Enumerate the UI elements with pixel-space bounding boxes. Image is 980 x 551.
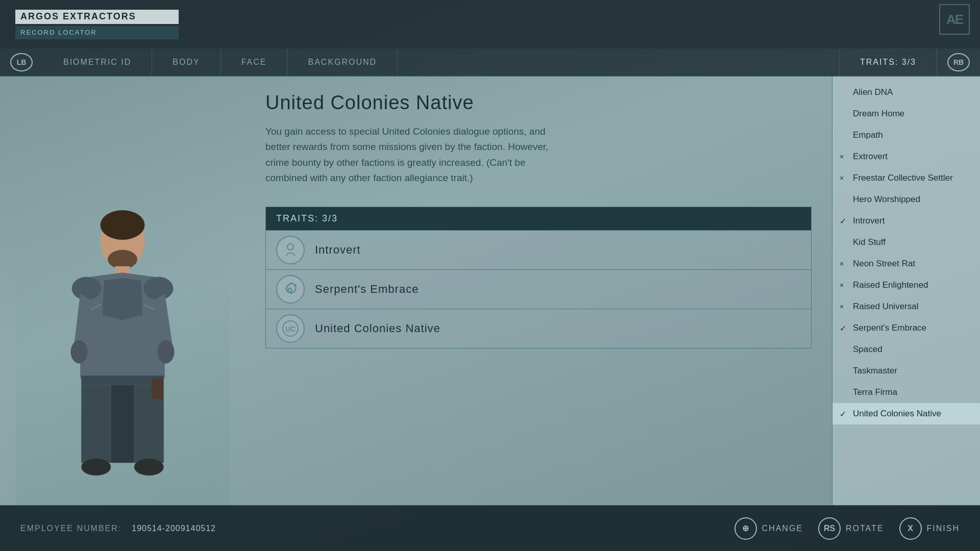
sidebar-item-label: Taskmaster [853, 366, 897, 376]
trait-row-uc-native[interactable]: UC United Colonies Native [266, 309, 811, 348]
sidebar-item-label: Raised Enlightened [853, 280, 928, 290]
svg-point-6 [71, 340, 88, 364]
x-icon: × [840, 303, 844, 311]
traits-tab[interactable]: TRAITS: 3/3 [839, 48, 937, 77]
change-icon: ⊕ [734, 517, 757, 540]
svg-point-5 [143, 277, 173, 300]
svg-point-7 [157, 340, 174, 364]
sidebar-item-label: Empath [853, 130, 883, 140]
finish-icon: X [899, 517, 922, 540]
sidebar-item-label: Introvert [853, 216, 885, 226]
sidebar-item-neon-street-rat[interactable]: ×Neon Street Rat [832, 253, 980, 274]
sidebar-item-label: United Colonies Native [853, 409, 941, 419]
check-icon: ✓ [840, 409, 846, 419]
trait-detail-title: United Colonies Native [265, 92, 812, 114]
sidebar-item-label: Alien DNA [853, 87, 893, 97]
sidebar-item-introvert[interactable]: ✓Introvert [832, 210, 980, 232]
change-button[interactable]: ⊕ CHANGE [734, 517, 803, 540]
change-label: CHANGE [762, 524, 803, 533]
uc-native-icon: UC [276, 314, 305, 343]
main-content: United Colonies Native You gain access t… [0, 77, 980, 505]
trait-row-serpents-embrace[interactable]: Serpent's Embrace [266, 269, 811, 309]
nav-tabs: LB BIOMETRIC ID BODY FACE BACKGROUND TRA… [0, 48, 980, 77]
x-icon: × [840, 153, 844, 161]
sidebar-item-dream-home[interactable]: Dream Home [832, 103, 980, 124]
svg-rect-9 [111, 385, 134, 463]
sidebar-item-terra-firma[interactable]: Terra Firma [832, 382, 980, 403]
character-panel [0, 77, 245, 505]
right-sidebar: Alien DNADream HomeEmpath×Extrovert×Free… [832, 77, 980, 505]
x-icon: × [840, 281, 844, 289]
trait-row-introvert[interactable]: Introvert [266, 230, 811, 269]
traits-box: TRAITS: 3/3 Introvert Serpent's [265, 207, 812, 348]
svg-point-11 [134, 459, 164, 475]
svg-text:UC: UC [285, 325, 296, 333]
lb-button[interactable]: LB [10, 53, 33, 71]
finish-label: FINISH [927, 524, 960, 533]
svg-point-2 [108, 250, 137, 269]
rotate-icon: RS [818, 517, 841, 540]
x-icon: × [840, 174, 844, 182]
sidebar-item-alien-dna[interactable]: Alien DNA [832, 82, 980, 103]
svg-point-1 [101, 210, 145, 240]
top-bar: ARGOS EXTRACTORS RECORD LOCATOR AE [0, 0, 980, 48]
sidebar-item-extrovert[interactable]: ×Extrovert [832, 146, 980, 167]
x-icon: × [840, 260, 844, 268]
svg-rect-8 [81, 375, 164, 385]
character-svg [15, 209, 230, 505]
record-locator: RECORD LOCATOR [15, 26, 179, 39]
sidebar-item-raised-enlightened[interactable]: ×Raised Enlightened [832, 274, 980, 296]
sidebar-item-label: Neon Street Rat [853, 259, 915, 269]
check-icon: ✓ [840, 323, 846, 333]
employee-number: 190514-2009140512 [132, 524, 216, 533]
logo-section: ARGOS EXTRACTORS RECORD LOCATOR [0, 0, 245, 48]
sidebar-item-taskmaster[interactable]: Taskmaster [832, 360, 980, 382]
sidebar-item-label: Spaced [853, 344, 883, 355]
sidebar-item-label: Serpent's Embrace [853, 323, 926, 333]
svg-rect-14 [152, 378, 163, 399]
sidebar-item-label: Hero Worshipped [853, 194, 920, 205]
sidebar-item-united-colonies-native[interactable]: ✓United Colonies Native [832, 403, 980, 424]
app-title: ARGOS EXTRACTORS [20, 11, 136, 22]
app-title-row: ARGOS EXTRACTORS [15, 10, 245, 24]
tab-body[interactable]: BODY [152, 48, 220, 77]
introvert-label: Introvert [315, 243, 361, 257]
rotate-label: ROTATE [846, 524, 884, 533]
info-panel: United Colonies Native You gain access t… [245, 77, 832, 505]
uc-native-label: United Colonies Native [315, 322, 440, 335]
sidebar-item-spaced[interactable]: Spaced [832, 339, 980, 360]
sidebar-item-hero-worshipped[interactable]: Hero Worshipped [832, 189, 980, 210]
svg-point-16 [295, 284, 297, 286]
record-locator-text: RECORD LOCATOR [20, 29, 97, 36]
sidebar-item-empath[interactable]: Empath [832, 124, 980, 146]
introvert-icon [276, 236, 305, 264]
employee-label: EMPLOYEE NUMBER: [20, 524, 121, 533]
rotate-button[interactable]: RS ROTATE [818, 517, 884, 540]
tab-background[interactable]: BACKGROUND [287, 48, 398, 77]
rb-button[interactable]: RB [947, 53, 970, 71]
serpents-embrace-icon [276, 275, 305, 304]
sidebar-item-label: Extrovert [853, 152, 888, 162]
svg-point-15 [287, 244, 293, 250]
svg-point-10 [81, 459, 111, 475]
sidebar-item-freestar-collective-settler[interactable]: ×Freestar Collective Settler [832, 167, 980, 189]
svg-point-4 [72, 277, 102, 300]
ae-logo-text: AE [946, 12, 963, 28]
ae-logo: AE [939, 4, 970, 35]
sidebar-item-label: Kid Stuff [853, 237, 886, 247]
tab-face[interactable]: FACE [221, 48, 288, 77]
sidebar-item-label: Terra Firma [853, 387, 897, 397]
sidebar-item-label: Dream Home [853, 109, 904, 119]
trait-detail-description: You gain access to special United Coloni… [265, 124, 561, 186]
tab-biometric[interactable]: BIOMETRIC ID [43, 48, 152, 77]
traits-box-header: TRAITS: 3/3 [266, 207, 811, 230]
sidebar-item-serpent's-embrace[interactable]: ✓Serpent's Embrace [832, 317, 980, 339]
finish-button[interactable]: X FINISH [899, 517, 960, 540]
character-figure [15, 209, 230, 505]
sidebar-item-kid-stuff[interactable]: Kid Stuff [832, 232, 980, 253]
sidebar-item-raised-universal[interactable]: ×Raised Universal [832, 296, 980, 317]
app-title-bar: ARGOS EXTRACTORS [15, 10, 179, 24]
bottom-actions: ⊕ CHANGE RS ROTATE X FINISH [734, 517, 960, 540]
sidebar-item-label: Freestar Collective Settler [853, 173, 953, 183]
check-icon: ✓ [840, 216, 846, 226]
